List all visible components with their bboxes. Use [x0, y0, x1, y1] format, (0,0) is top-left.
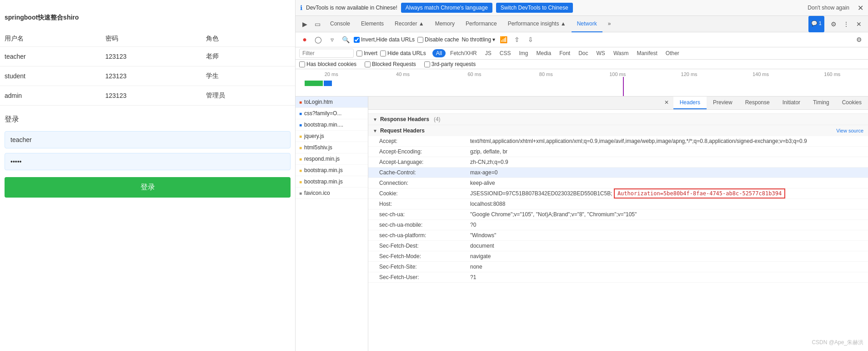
detail-tab-preview[interactable]: Preview: [707, 97, 739, 109]
file-item[interactable]: ■ respond.min.js: [296, 153, 368, 165]
file-item[interactable]: ■ bootstrap.min.js: [296, 176, 368, 188]
filter-type-ws[interactable]: WS: [593, 49, 609, 57]
throttle-select[interactable]: No throttling ▾: [462, 36, 495, 43]
tab-recorder--[interactable]: Recorder ▲: [389, 16, 430, 32]
tab-memory[interactable]: Memory: [430, 16, 460, 32]
view-source-link[interactable]: View source: [836, 128, 863, 133]
header-row: Accept-Language: zh-CN,zh;q=0.9: [368, 157, 868, 168]
record-icon[interactable]: ●: [299, 34, 310, 45]
infobar-close-icon[interactable]: ✕: [858, 4, 863, 12]
filter-type-media[interactable]: Media: [532, 49, 555, 57]
timeline: 20 ms40 ms60 ms80 ms100 ms120 ms140 ms16…: [296, 69, 868, 97]
cursor-icon[interactable]: ▶: [299, 19, 310, 30]
login-title: 登录: [5, 115, 291, 124]
detail-tab-cookies[interactable]: Cookies: [836, 97, 868, 109]
filter-type-manifest[interactable]: Manifest: [633, 49, 661, 57]
search-icon[interactable]: 🔍: [340, 34, 351, 45]
more-icon[interactable]: ⋮: [841, 19, 852, 30]
device-icon[interactable]: ▭: [312, 19, 323, 30]
tab-performance-insights--[interactable]: Performance insights ▲: [502, 16, 572, 32]
filter-bar: ● ◯ ▿ 🔍 Invert,Hide data URLs Disable ca…: [296, 32, 868, 47]
clear-icon[interactable]: ◯: [313, 34, 324, 45]
header-name: Accept-Encoding:: [379, 148, 470, 155]
filter-type-fetch/xhr[interactable]: Fetch/XHR: [447, 49, 481, 57]
blocked-filter-bar: Has blocked cookies Blocked Requests 3rd…: [296, 60, 868, 69]
detail-close-icon[interactable]: ✕: [660, 97, 673, 109]
filter-icon[interactable]: ▿: [326, 34, 337, 45]
filter-input[interactable]: [299, 49, 354, 58]
header-value: JSESSIONID=97C51B807B342ED023032BED550B1…: [470, 190, 785, 197]
header-name: Sec-Fetch-Site:: [379, 264, 470, 270]
file-item[interactable]: ■ bootstrap.min.js: [296, 165, 368, 176]
header-value: localhost:8088: [470, 201, 505, 207]
upload-icon[interactable]: ⇧: [512, 34, 522, 45]
file-item[interactable]: ■ bootstrap.min....: [296, 119, 368, 131]
third-party-requests[interactable]: 3rd-party requests: [424, 61, 476, 67]
header-name: Cache-Control:: [379, 169, 470, 176]
header-name: Accept:: [379, 138, 470, 144]
username-input[interactable]: [5, 131, 291, 148]
file-item[interactable]: ■ toLogin.htm: [296, 97, 368, 108]
filter-type-wasm[interactable]: Wasm: [610, 49, 632, 57]
invert-check[interactable]: Invert: [356, 50, 377, 56]
header-row: Cache-Control: max-age=0: [368, 168, 868, 178]
blocked-requests[interactable]: Blocked Requests: [365, 61, 416, 67]
more-filter-icon[interactable]: ⚙: [853, 34, 864, 45]
detail-tab-initiator[interactable]: Initiator: [776, 97, 807, 109]
tab-network[interactable]: Network: [572, 16, 602, 32]
file-name: favicon.ico: [304, 190, 330, 196]
timeline-mark: 80 ms: [510, 71, 582, 77]
col-username: 用户名: [0, 31, 101, 47]
notification-badge[interactable]: 💬 1: [808, 16, 824, 32]
file-item[interactable]: ■ favicon.ico: [296, 188, 368, 199]
has-blocked-cookies[interactable]: Has blocked cookies: [299, 61, 356, 67]
login-button[interactable]: 登录: [5, 177, 291, 198]
timeline-mark: 140 ms: [725, 71, 796, 77]
preserve-log-check[interactable]: Invert,Hide data URLs: [354, 36, 415, 43]
timeline-mark: 40 ms: [367, 71, 438, 77]
filter-type-all[interactable]: All: [432, 49, 446, 57]
filter-type-other[interactable]: Other: [662, 49, 683, 57]
timeline-mark: 120 ms: [653, 71, 725, 77]
detail-tab-timing[interactable]: Timing: [807, 97, 836, 109]
file-list: ■ toLogin.htm■ css?family=O...■ bootstra…: [296, 97, 368, 351]
hide-data-urls-check[interactable]: Hide data URLs: [380, 50, 426, 56]
header-value: gzip, deflate, br: [470, 148, 507, 155]
filter-type-doc[interactable]: Doc: [575, 49, 592, 57]
match-language-button[interactable]: Always match Chrome's language: [401, 3, 492, 13]
response-headers-section: ▼ Response Headers (4): [368, 113, 868, 125]
dont-show-label[interactable]: Don't show again: [808, 5, 849, 11]
tab-performance[interactable]: Performance: [460, 16, 502, 32]
disable-cache-check[interactable]: Disable cache: [417, 36, 459, 43]
filter-type-css[interactable]: CSS: [496, 49, 515, 57]
header-name: Host:: [379, 201, 470, 207]
detail-tab-headers[interactable]: Headers: [673, 97, 707, 109]
file-item[interactable]: ■ css?family=O...: [296, 108, 368, 119]
tab-elements[interactable]: Elements: [356, 16, 389, 32]
file-item[interactable]: ■ html5shiv.js: [296, 142, 368, 153]
file-item[interactable]: ■ jquery.js: [296, 131, 368, 142]
header-value: "Windows": [470, 232, 496, 239]
filter-type-js[interactable]: JS: [482, 49, 495, 57]
timeline-mark: 20 ms: [296, 71, 367, 77]
close-devtools-icon[interactable]: ✕: [853, 19, 864, 30]
filter-types: AllFetch/XHRJSCSSImgMediaFontDocWSWasmMa…: [432, 49, 683, 57]
tab--[interactable]: »: [602, 16, 617, 32]
timeline-bar-blue: [324, 81, 332, 86]
settings-icon[interactable]: ⚙: [828, 19, 839, 30]
switch-language-button[interactable]: Switch DevTools to Chinese: [496, 3, 573, 13]
file-type-icon: ■: [299, 157, 302, 162]
signal-icon[interactable]: 📶: [498, 34, 509, 45]
header-row: Accept: text/html,application/xhtml+xml,…: [368, 136, 868, 147]
cell-username: admin: [0, 86, 101, 106]
detail-tab-response[interactable]: Response: [739, 97, 776, 109]
file-name: jquery.js: [304, 133, 324, 139]
password-input[interactable]: [5, 153, 291, 170]
file-type-icon: ■: [299, 100, 302, 105]
download-icon[interactable]: ⇩: [525, 34, 536, 45]
filter-type-img[interactable]: Img: [515, 49, 532, 57]
tab-console[interactable]: Console: [325, 16, 356, 32]
header-row: Cookie: JSESSIONID=97C51B807B342ED023032…: [368, 188, 868, 199]
filter-type-font[interactable]: Font: [556, 49, 574, 57]
header-value: none: [470, 264, 482, 270]
